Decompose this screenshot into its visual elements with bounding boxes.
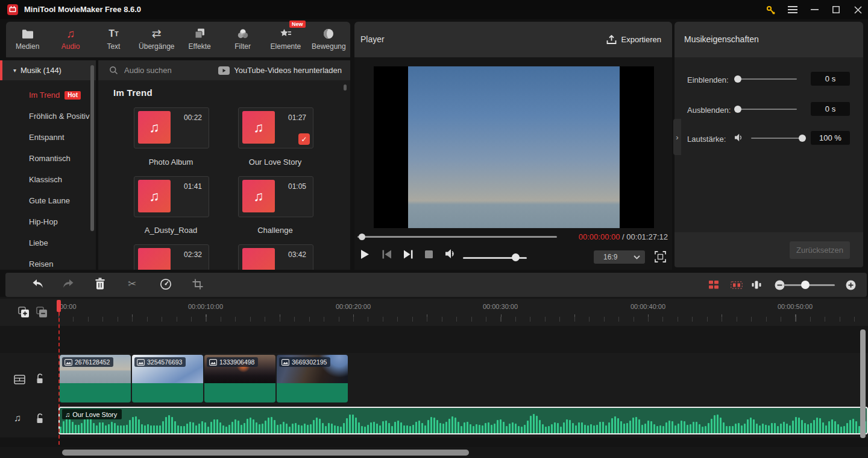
music-card-a-dusty-road[interactable]: ♫ 01:41 — [134, 176, 209, 217]
section-title: Im Trend — [113, 87, 153, 98]
timeline-ruler[interactable]: 00:00 00:00:10:00 00:00:20:00 00:00:30:0… — [0, 299, 868, 326]
delete-icon[interactable] — [95, 278, 105, 290]
sidebar-scrollbar[interactable] — [90, 65, 94, 231]
folder-icon — [22, 27, 34, 40]
sidebar-item-liebe[interactable]: Liebe — [0, 232, 92, 253]
panel-scrollbar[interactable] — [344, 84, 347, 91]
redo-icon[interactable] — [62, 279, 74, 288]
sidebar-item-froehlich[interactable]: Fröhlich & Positiv — [0, 106, 92, 127]
new-badge: New — [289, 21, 306, 28]
properties-title: Musikeigenschaften — [684, 22, 759, 57]
fade-in-slider[interactable] — [737, 78, 797, 80]
playback-progress-bar[interactable] — [357, 236, 557, 238]
sidebar-header[interactable]: ▾ Musik (144) — [0, 60, 96, 80]
music-thumbnail: ♫ — [138, 111, 171, 144]
nav-bewegung[interactable]: Bewegung — [307, 22, 350, 57]
total-time: 00:01:27:12 — [626, 232, 668, 241]
music-volume-slider-knob[interactable] — [799, 135, 806, 142]
video-clip-1[interactable]: 2676128452 — [60, 355, 131, 402]
music-volume-slider[interactable] — [751, 138, 804, 139]
music-card-our-love-story[interactable]: ♫ 01:27 ✓ — [238, 107, 313, 148]
video-clip-3[interactable]: 1333906498 — [204, 355, 275, 402]
next-frame-button[interactable] — [403, 250, 414, 259]
export-button[interactable]: Exportieren — [606, 22, 661, 57]
volume-value[interactable]: 100 % — [811, 131, 850, 145]
text-icon: TT — [108, 27, 119, 40]
volume-slider-knob[interactable] — [512, 253, 520, 261]
undo-icon[interactable] — [32, 279, 44, 288]
nav-filter[interactable]: Filter — [221, 22, 264, 57]
playhead-marker[interactable] — [57, 300, 61, 312]
sidebar-item-klassisch[interactable]: Klassisch — [0, 169, 92, 190]
youtube-download-label: YouTube-Videos herunterladen — [234, 66, 342, 75]
split-scissors-icon[interactable]: ✂ — [128, 279, 136, 289]
sidebar-item-romantisch[interactable]: Romantisch — [0, 148, 92, 169]
previous-frame-button[interactable] — [382, 250, 392, 259]
video-clip-2[interactable]: 3254576693 — [132, 355, 203, 402]
horizontal-scrollbar[interactable] — [62, 450, 469, 456]
export-label: Exportieren — [621, 35, 661, 44]
time-display: 00:00:00:00 / 00:01:27:12 — [555, 232, 668, 241]
sidebar-item-reisen[interactable]: Reisen — [0, 253, 92, 275]
export-icon — [606, 35, 617, 45]
fade-out-slider-knob[interactable] — [734, 106, 741, 113]
fit-timeline-icon[interactable] — [708, 280, 719, 290]
add-track-icon[interactable] — [18, 307, 30, 318]
music-duration: 00:22 — [184, 113, 202, 122]
current-time: 00:00:00:00 — [579, 232, 620, 241]
remove-track-icon[interactable] — [36, 307, 48, 318]
fade-out-slider[interactable] — [737, 109, 797, 110]
waveform-view-icon[interactable] — [752, 279, 761, 290]
nav-label: Elemente — [271, 42, 301, 51]
panel-collapse-tab[interactable]: › — [673, 119, 681, 155]
music-note-icon: ♫ — [149, 188, 159, 205]
register-key-icon[interactable] — [763, 3, 778, 16]
volume-icon[interactable] — [445, 249, 456, 259]
ruler-label: 00:00:10:00 — [188, 303, 223, 310]
search-input[interactable] — [123, 65, 210, 75]
fullscreen-icon[interactable] — [655, 251, 666, 262]
crop-icon[interactable] — [192, 279, 203, 290]
music-card-challenge[interactable]: ♫ 01:05 — [238, 176, 313, 217]
fade-in-slider-knob[interactable] — [734, 75, 741, 83]
menu-icon[interactable] — [785, 3, 800, 16]
video-clip-4[interactable]: 3669302195 — [277, 355, 348, 402]
video-track-unlock-icon[interactable] — [36, 373, 44, 384]
sidebar-item-gute-laune[interactable]: Gute Laune — [0, 190, 92, 211]
music-card-partial-2[interactable]: 03:42 — [238, 244, 313, 270]
nav-text[interactable]: TT Text — [92, 22, 135, 57]
zoom-in-icon[interactable] — [846, 280, 856, 290]
sidebar-item-entspannt[interactable]: Entspannt — [0, 127, 92, 148]
image-icon — [64, 359, 72, 366]
audio-clip[interactable] — [58, 407, 868, 434]
music-thumbnail: ♫ — [138, 180, 171, 212]
fade-out-value[interactable]: 0 s — [811, 102, 850, 116]
snap-icon[interactable] — [731, 281, 743, 289]
vertical-scrollbar[interactable] — [860, 329, 866, 438]
sidebar-item-im-trend[interactable]: Im TrendHot — [0, 84, 92, 106]
music-thumbnail — [242, 248, 275, 270]
play-button[interactable] — [360, 249, 370, 259]
music-card-photo-album[interactable]: ♫ 00:22 — [134, 107, 209, 148]
reset-button[interactable]: Zurücksetzen — [790, 241, 850, 259]
nav-medien[interactable]: Medien — [6, 22, 49, 57]
speed-icon[interactable] — [160, 278, 172, 290]
sidebar-item-hip-hop[interactable]: Hip-Hop — [0, 211, 92, 232]
nav-uebergaenge[interactable]: ⇄ Übergänge — [135, 22, 178, 57]
playback-progress-knob[interactable] — [359, 234, 365, 240]
nav-elemente[interactable]: New Elemente — [264, 22, 307, 57]
nav-effekte[interactable]: Effekte — [178, 22, 221, 57]
fade-in-value[interactable]: 0 s — [811, 72, 850, 86]
aspect-ratio-select[interactable]: 16:9 — [594, 250, 645, 264]
timeline-zoom-knob[interactable] — [801, 281, 810, 289]
nav-audio[interactable]: ♫ Audio — [49, 22, 92, 57]
filter-icon — [237, 27, 249, 40]
stop-button[interactable] — [425, 250, 433, 258]
maximize-button[interactable] — [829, 3, 843, 16]
audio-track-unlock-icon[interactable] — [36, 413, 44, 424]
close-button[interactable] — [851, 3, 865, 16]
music-card-partial-1[interactable]: 02:32 — [134, 244, 209, 270]
minimize-button[interactable] — [807, 3, 822, 16]
audio-track-icon: ♫ — [14, 413, 21, 424]
youtube-download-button[interactable]: YouTube-Videos herunterladen — [218, 60, 342, 80]
